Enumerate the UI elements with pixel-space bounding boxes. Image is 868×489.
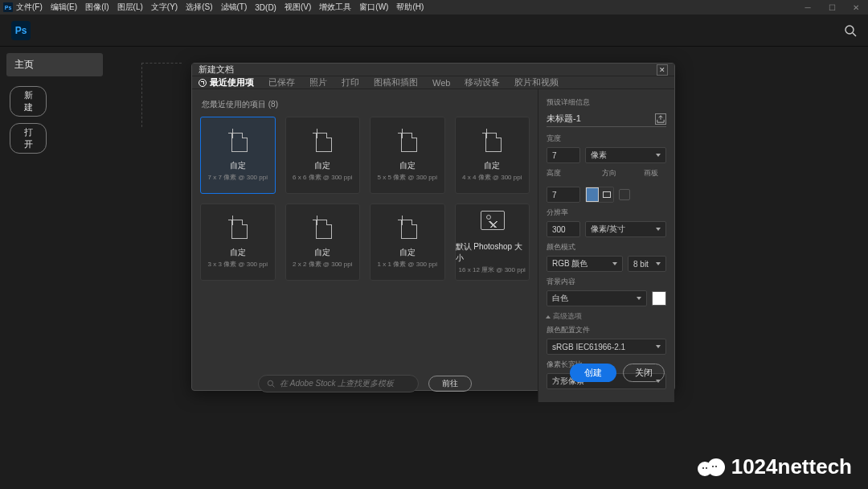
new-button[interactable]: 新建 [10, 86, 47, 117]
artboard-checkbox[interactable] [619, 189, 630, 200]
stock-go-button[interactable]: 前往 [428, 376, 472, 392]
dashed-bg [141, 63, 182, 127]
svg-point-2 [268, 380, 272, 385]
preset-card[interactable]: 自定1 x 1 像素 @ 300 ppi [370, 203, 445, 281]
menu-view[interactable]: 视图(V) [285, 2, 311, 13]
resolution-unit-select[interactable]: 像素/英寸 [585, 221, 666, 237]
tab-print[interactable]: 打印 [342, 76, 359, 88]
watermark: 1024nettech [698, 454, 852, 479]
new-document-dialog: 新建文档 ✕ 最近使用项 已保存 照片 打印 图稿和插图 Web 移动设备 胶片… [191, 63, 675, 391]
preset-card[interactable]: 自定5 x 5 像素 @ 300 ppi [370, 117, 445, 194]
orientation-toggle[interactable] [585, 187, 614, 203]
document-icon [401, 133, 417, 152]
ps-logo: Ps [11, 21, 31, 40]
preset-card[interactable]: 自定7 x 7 像素 @ 300 ppi [200, 117, 276, 194]
svg-line-3 [272, 385, 275, 388]
portrait-icon[interactable] [586, 187, 599, 202]
doc-name-input[interactable]: 未标题-1 [547, 113, 655, 125]
document-icon [231, 133, 248, 152]
profile-label: 颜色配置文件 [547, 325, 666, 335]
open-button[interactable]: 打开 [10, 123, 47, 154]
menu-file[interactable]: 文件(F) [16, 2, 43, 13]
landscape-icon[interactable] [600, 187, 613, 202]
preset-details-panel: 预设详细信息 未标题-1 宽度 7 像素 高度 方向 画板 7 [538, 89, 674, 402]
resolution-label: 分辨率 [547, 208, 666, 218]
document-icon [316, 220, 332, 239]
colormode-select[interactable]: RGB 颜色 [547, 256, 623, 272]
dialog-title: 新建文档 [199, 64, 234, 76]
advanced-toggle[interactable]: 高级选项 [547, 311, 666, 322]
menu-layer[interactable]: 图层(L) [117, 2, 143, 13]
ps-badge: Ps [3, 2, 13, 12]
dialog-header: 新建文档 ✕ [192, 64, 674, 76]
width-input[interactable]: 7 [547, 147, 580, 163]
height-input[interactable]: 7 [547, 187, 580, 203]
home-sidebar: 主页 新建 打开 [0, 47, 109, 489]
close-icon[interactable]: ✕ [657, 64, 668, 76]
details-title: 预设详细信息 [547, 97, 666, 108]
clock-icon [199, 79, 207, 87]
menu-plugins[interactable]: 增效工具 [319, 2, 351, 13]
stock-search-input[interactable]: 在 Adobe Stock 上查找更多模板 [258, 375, 419, 392]
tab-web[interactable]: Web [432, 78, 450, 88]
create-button[interactable]: 创建 [570, 364, 616, 382]
orient-label: 方向 [602, 168, 639, 179]
win-max-icon[interactable]: ☐ [820, 3, 844, 12]
tab-recent[interactable]: 最近使用项 [199, 76, 254, 88]
menubar: Ps 文件(F) 编辑(E) 图像(I) 图层(L) 文字(Y) 选择(S) 滤… [0, 0, 868, 14]
tab-saved[interactable]: 已保存 [268, 76, 295, 88]
tab-art[interactable]: 图稿和插图 [374, 76, 418, 88]
svg-line-1 [853, 33, 856, 36]
bitdepth-select[interactable]: 8 bit [628, 256, 666, 272]
preset-card[interactable]: 默认 Photoshop 大小16 x 12 厘米 @ 300 ppi [455, 203, 530, 281]
dialog-tabs: 最近使用项 已保存 照片 打印 图稿和插图 Web 移动设备 胶片和视频 [192, 76, 674, 89]
tab-film[interactable]: 胶片和视频 [514, 76, 559, 88]
menu-filter[interactable]: 滤镜(T) [221, 2, 248, 13]
colormode-label: 颜色模式 [547, 242, 666, 253]
preset-card[interactable]: 自定6 x 6 像素 @ 300 ppi [285, 117, 361, 194]
document-icon [231, 220, 248, 239]
menu-edit[interactable]: 编辑(E) [51, 2, 77, 13]
document-icon [316, 133, 332, 152]
preset-card[interactable]: 自定2 x 2 像素 @ 300 ppi [285, 203, 361, 281]
resolution-input[interactable]: 300 [547, 221, 580, 237]
save-preset-icon[interactable] [655, 113, 666, 125]
menu-image[interactable]: 图像(I) [85, 2, 108, 13]
search-icon[interactable] [844, 24, 857, 37]
profile-select[interactable]: sRGB IEC61966-2.1 [547, 339, 666, 355]
height-label: 高度 [547, 168, 597, 179]
document-icon [401, 220, 417, 239]
width-unit-select[interactable]: 像素 [585, 147, 666, 163]
tab-photo[interactable]: 照片 [309, 76, 327, 88]
svg-point-0 [845, 26, 854, 34]
win-close-icon[interactable]: ✕ [844, 3, 868, 12]
win-min-icon[interactable]: ─ [796, 3, 820, 12]
preset-card[interactable]: 自定3 x 3 像素 @ 300 ppi [200, 203, 276, 281]
menu-type[interactable]: 文字(Y) [151, 2, 178, 13]
cancel-button[interactable]: 关闭 [623, 364, 665, 382]
menu-help[interactable]: 帮助(H) [396, 2, 424, 13]
preset-card[interactable]: 自定4 x 4 像素 @ 300 ppi [455, 117, 530, 194]
width-label: 宽度 [547, 134, 666, 144]
menu-window[interactable]: 窗口(W) [359, 2, 388, 13]
recent-label: 您最近使用的项目 (8) [202, 99, 530, 110]
app-topbar: Ps [0, 14, 868, 47]
image-icon [481, 211, 505, 230]
menu-select[interactable]: 选择(S) [186, 2, 212, 13]
bg-label: 背景内容 [547, 277, 666, 287]
bg-swatch[interactable] [652, 291, 666, 306]
bg-select[interactable]: 白色 [547, 290, 647, 306]
menu-3d[interactable]: 3D(D) [255, 3, 276, 12]
wechat-icon [698, 455, 725, 479]
document-icon [485, 133, 502, 152]
tab-mobile[interactable]: 移动设备 [465, 76, 500, 88]
artboard-label: 画板 [644, 168, 666, 179]
sidebar-home[interactable]: 主页 [6, 53, 103, 76]
